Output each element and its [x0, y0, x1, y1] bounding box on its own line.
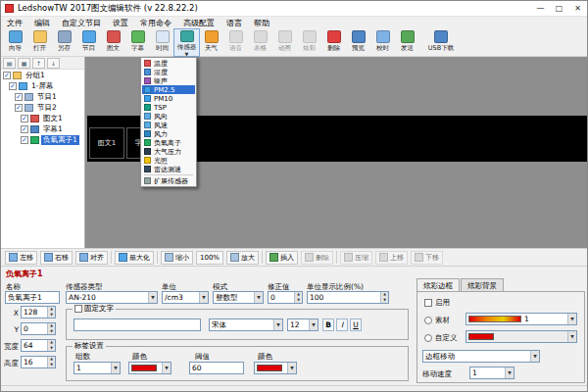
- spinner-arrows-icon[interactable]: ▲▼: [47, 357, 55, 368]
- subtitle-button[interactable]: 字幕: [125, 29, 150, 56]
- menu-item-extended-sensor[interactable]: 扩展传感器: [142, 176, 195, 185]
- wizard-button[interactable]: 向导: [3, 29, 27, 56]
- enable-checkbox[interactable]: [424, 299, 432, 307]
- close-button[interactable]: ✕: [568, 2, 587, 15]
- tree-item-screen1[interactable]: ✓1-屏幕: [1, 80, 84, 91]
- weather-button[interactable]: 天气: [199, 29, 223, 56]
- checkbox-checked-icon[interactable]: ✓: [21, 136, 28, 144]
- checkbox-checked-icon[interactable]: ✓: [15, 93, 23, 101]
- width-spinner[interactable]: 64▲▼: [21, 339, 56, 352]
- maximize-button[interactable]: □: [550, 2, 568, 15]
- send-button[interactable]: 发送: [395, 29, 419, 56]
- align-button[interactable]: 对齐: [75, 251, 108, 265]
- menu-item-humidity[interactable]: 湿度: [142, 68, 195, 76]
- canvas-cell-text1[interactable]: 图文1: [89, 127, 124, 159]
- tree-item-subtitle1[interactable]: ✓字幕1: [1, 123, 84, 134]
- sensor-button[interactable]: 传感器▼: [174, 29, 199, 56]
- menu-item-pm25[interactable]: PM2.5: [142, 85, 195, 94]
- tree-item-program2[interactable]: ✓节目2: [1, 102, 84, 113]
- name-field[interactable]: [5, 291, 60, 304]
- checkbox-checked-icon[interactable]: ✓: [9, 82, 17, 90]
- spinner-arrows-icon[interactable]: ▲▼: [294, 292, 302, 303]
- zoom-100-button[interactable]: 100%: [196, 251, 223, 265]
- color1-swatch[interactable]: ▼: [128, 362, 172, 374]
- menu-advanced-config[interactable]: 高级配置: [177, 17, 220, 28]
- open-button[interactable]: 打开: [27, 29, 52, 56]
- underline-button[interactable]: U: [350, 318, 362, 331]
- tree-item-text1[interactable]: ✓图文1: [1, 113, 84, 123]
- insert-button[interactable]: 插入: [266, 251, 298, 265]
- material-select[interactable]: 1▼: [466, 313, 577, 325]
- tree-item-group1[interactable]: ✓分组1: [1, 70, 84, 80]
- menu-settings[interactable]: 设置: [107, 17, 134, 28]
- custom-select[interactable]: ▼: [466, 330, 577, 343]
- spinner-arrows-icon[interactable]: ▲▼: [47, 323, 55, 334]
- screen-params-icon[interactable]: ▤: [3, 58, 16, 69]
- add-item-icon[interactable]: ▦: [18, 58, 30, 69]
- move-left-button[interactable]: 左移: [5, 251, 37, 265]
- checkbox-checked-icon[interactable]: ✓: [21, 115, 28, 122]
- menu-item-air-pressure[interactable]: 大气压力: [142, 147, 195, 156]
- delete-button[interactable]: 删除: [321, 29, 346, 56]
- menu-common-commands[interactable]: 常用命令: [134, 17, 177, 28]
- maximize-area-button[interactable]: 最大化: [115, 251, 154, 265]
- usb-download-button[interactable]: USB下载: [419, 29, 463, 56]
- tree-item-program1[interactable]: ✓节目1: [1, 91, 84, 102]
- correction-spinner[interactable]: 0▲▼: [268, 291, 303, 304]
- x-spinner[interactable]: 128▲▼: [21, 306, 56, 318]
- zoom-out-button[interactable]: 缩小: [161, 251, 193, 265]
- border-move-select[interactable]: 边框移动▼: [422, 350, 540, 363]
- menu-item-tsp[interactable]: TSP: [142, 103, 195, 112]
- timing-button[interactable]: 校时: [370, 29, 395, 56]
- menu-item-pm10[interactable]: PM10: [142, 94, 195, 103]
- area-down-button[interactable]: 下移: [411, 251, 443, 265]
- height-spinner[interactable]: 16▲▼: [21, 356, 56, 368]
- checkbox-checked-icon[interactable]: ✓: [15, 104, 23, 112]
- menu-item-wind-direction[interactable]: 风向: [142, 112, 195, 121]
- time-button[interactable]: 时间: [150, 29, 174, 56]
- font-size-select[interactable]: 12▼: [287, 318, 318, 331]
- menu-edit[interactable]: 编辑: [28, 17, 56, 28]
- program-button[interactable]: 节目: [76, 29, 101, 56]
- group-count-select[interactable]: 1▼: [74, 362, 121, 374]
- menu-language[interactable]: 语言: [220, 17, 248, 28]
- mode-select[interactable]: 整数型▼: [213, 291, 264, 304]
- tree-item-ion1[interactable]: ✓负氧离子1: [1, 134, 84, 145]
- menu-item-radar-speed[interactable]: 雷达测速: [142, 165, 195, 173]
- material-radio[interactable]: [424, 317, 432, 324]
- save-as-button[interactable]: 另存: [52, 29, 76, 56]
- menu-file[interactable]: 文件: [1, 17, 28, 28]
- unit-select[interactable]: /cm3▼: [162, 291, 209, 304]
- custom-radio[interactable]: [424, 334, 432, 342]
- menu-item-wind-speed[interactable]: 风速: [142, 121, 195, 129]
- preview-button[interactable]: 预览: [346, 29, 370, 56]
- menu-custom-program[interactable]: 自定义节目: [56, 17, 107, 28]
- compress-button[interactable]: 压缩: [340, 251, 372, 265]
- menu-help[interactable]: 帮助: [248, 17, 275, 28]
- threshold-input[interactable]: [189, 362, 244, 374]
- text-button[interactable]: 图文: [101, 29, 125, 56]
- italic-button[interactable]: I: [336, 318, 348, 331]
- speed-select[interactable]: 1▼: [469, 367, 514, 379]
- fixed-text-input[interactable]: [74, 318, 201, 331]
- menu-item-noise[interactable]: 噪声: [142, 76, 195, 85]
- checkbox-checked-icon[interactable]: ✓: [3, 72, 11, 79]
- spinner-arrows-icon[interactable]: ▲▼: [380, 292, 388, 303]
- fixed-text-checkbox[interactable]: [74, 305, 82, 313]
- spinner-arrows-icon[interactable]: ▲▼: [47, 340, 55, 351]
- font-select[interactable]: 宋体▼: [209, 318, 283, 331]
- area-up-button[interactable]: 上移: [375, 251, 408, 265]
- sensor-type-select[interactable]: AN-210▼: [66, 291, 158, 304]
- zoom-in-button[interactable]: 放大: [226, 251, 259, 265]
- menu-item-temperature[interactable]: 温度: [142, 59, 195, 68]
- y-spinner[interactable]: 0▲▼: [21, 322, 56, 335]
- unit-scale-spinner[interactable]: 100▲▼: [307, 291, 389, 304]
- checkbox-checked-icon[interactable]: ✓: [21, 125, 28, 133]
- move-right-button[interactable]: 右移: [40, 251, 73, 265]
- color2-swatch[interactable]: ▼: [254, 362, 297, 374]
- spinner-arrows-icon[interactable]: ▲▼: [47, 307, 55, 318]
- move-up-icon[interactable]: ↑: [32, 58, 45, 69]
- minimize-button[interactable]: —: [531, 2, 550, 15]
- delete-area-button[interactable]: 删除: [301, 251, 333, 265]
- move-down-icon[interactable]: ↓: [47, 58, 60, 69]
